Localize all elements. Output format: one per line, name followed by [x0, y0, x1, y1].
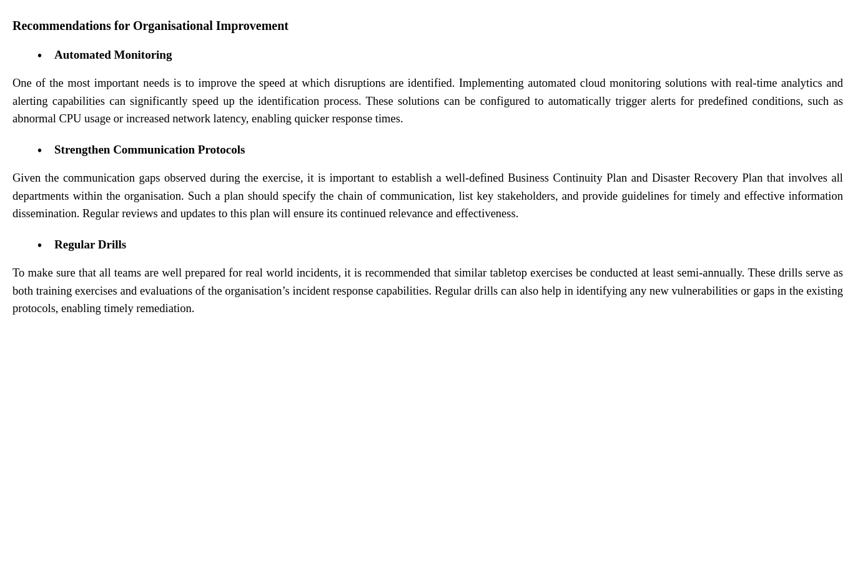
section-communication-protocols: • Strengthen Communication Protocols Giv…	[12, 142, 843, 223]
paragraph-communication-protocols: Given the communication gaps observed du…	[12, 169, 843, 223]
bullet-label-regular-drills: Regular Drills	[54, 237, 126, 253]
bullet-dot-1: •	[37, 47, 42, 64]
bullet-label-automated-monitoring: Automated Monitoring	[54, 47, 172, 64]
bullet-label-communication-protocols: Strengthen Communication Protocols	[54, 142, 245, 159]
paragraph-regular-drills: To make sure that all teams are well pre…	[12, 264, 843, 318]
section-regular-drills: • Regular Drills To make sure that all t…	[12, 237, 843, 318]
paragraph-automated-monitoring: One of the most important needs is to im…	[12, 74, 843, 128]
bullet-dot-2: •	[37, 142, 42, 159]
bullet-item-communication-protocols: • Strengthen Communication Protocols	[12, 142, 843, 159]
main-heading: Recommendations for Organisational Impro…	[12, 19, 843, 33]
bullet-dot-3: •	[37, 237, 42, 254]
page-content: Recommendations for Organisational Impro…	[12, 19, 843, 318]
bullet-item-regular-drills: • Regular Drills	[12, 237, 843, 254]
section-automated-monitoring: • Automated Monitoring One of the most i…	[12, 47, 843, 128]
bullet-item-automated-monitoring: • Automated Monitoring	[12, 47, 843, 64]
